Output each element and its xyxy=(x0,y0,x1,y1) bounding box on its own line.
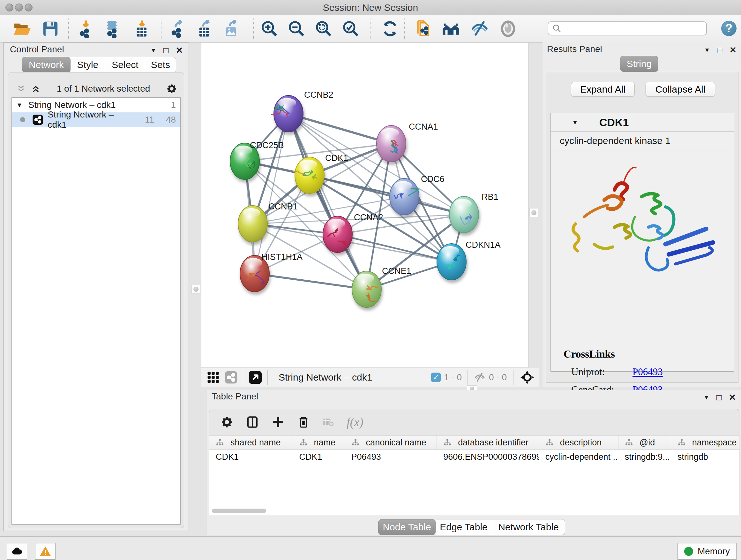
search-input[interactable] xyxy=(565,23,706,34)
close-panel-icon[interactable]: ✕ xyxy=(176,45,183,56)
disclosure-triangle-icon[interactable]: ▼ xyxy=(16,102,23,109)
table-toolbar: f(x) xyxy=(209,409,739,435)
column-header[interactable]: description xyxy=(539,435,618,449)
tab-string[interactable]: String xyxy=(620,56,658,72)
warning-icon xyxy=(39,545,52,558)
window-title: Session: New Session xyxy=(0,2,741,13)
panel-menu-icon[interactable]: ▼ xyxy=(703,394,710,401)
horizontal-scrollbar-thumb[interactable] xyxy=(212,509,266,513)
panel-menu-icon[interactable]: ▼ xyxy=(150,47,156,54)
add-column-icon[interactable] xyxy=(271,415,285,429)
table-panel-title: Table Panel xyxy=(212,391,258,401)
node-label-HIST1H1A: HIST1H1A xyxy=(261,252,302,262)
zoom-selected-icon[interactable] xyxy=(342,20,360,38)
title-bar: Session: New Session xyxy=(0,0,741,15)
float-panel-icon[interactable]: □ xyxy=(717,394,722,401)
disclosure-triangle-icon[interactable]: ▼ xyxy=(572,119,578,126)
tab-select[interactable]: Select xyxy=(105,57,145,73)
uniprot-link[interactable]: P06493 xyxy=(632,366,663,378)
grid-view-icon[interactable] xyxy=(206,371,220,384)
column-header[interactable]: @id xyxy=(618,435,671,449)
delete-column-trash-icon[interactable] xyxy=(297,415,310,429)
tab-network-table[interactable]: Network Table xyxy=(492,519,565,535)
gene-section-header[interactable]: ▼ CDK1 xyxy=(551,113,734,132)
node-label-CDK1: CDK1 xyxy=(325,153,348,163)
sphere-eye-icon[interactable] xyxy=(499,20,517,38)
column-header[interactable]: name xyxy=(293,435,345,449)
table-settings-gear-icon[interactable] xyxy=(220,415,233,429)
tab-sets[interactable]: Sets xyxy=(145,57,176,73)
close-panel-icon[interactable]: ✕ xyxy=(729,392,736,402)
save-session-icon[interactable] xyxy=(42,20,59,38)
cloud-button[interactable] xyxy=(7,543,27,560)
network-share-icon xyxy=(32,114,44,125)
collapse-all-icon[interactable] xyxy=(16,84,26,94)
tab-style[interactable]: Style xyxy=(71,57,105,73)
export-table-icon[interactable] xyxy=(196,20,213,38)
left-splitter-handle[interactable] xyxy=(192,285,200,294)
selected-checkbox-icon[interactable]: ✓ xyxy=(431,373,441,382)
close-panel-icon[interactable]: ✕ xyxy=(729,45,737,55)
panel-menu-icon[interactable]: ▼ xyxy=(704,47,710,54)
column-type-icon xyxy=(351,438,360,447)
network-tab-content: 1 of 1 Network selected ▼ String Network… xyxy=(8,72,184,528)
import-table-icon[interactable] xyxy=(133,20,151,38)
table-header-row: shared name name canonical name database… xyxy=(209,435,739,450)
network-canvas[interactable]: CCNB2CCNA1CDC25BCDK1CDC6RB1CCNB1CCNA2CDK… xyxy=(201,43,529,368)
import-database-icon[interactable] xyxy=(104,20,122,38)
search-field[interactable] xyxy=(548,21,707,36)
table-panel-tabs: Node Table Edge Table Network Table xyxy=(378,519,565,535)
zoom-fit-icon[interactable] xyxy=(315,20,333,38)
toolbar-separator xyxy=(161,18,161,39)
hide-eye-icon[interactable] xyxy=(471,20,488,38)
column-header[interactable]: shared name xyxy=(209,435,293,449)
detach-view-icon[interactable] xyxy=(248,370,262,384)
edge-CCNB2-CCNA1 xyxy=(288,114,391,144)
zoom-out-icon[interactable] xyxy=(287,20,306,38)
node-table: shared name name canonical name database… xyxy=(209,435,739,515)
refresh-layout-icon[interactable] xyxy=(381,20,399,38)
share-document-icon[interactable] xyxy=(414,20,432,38)
network-row-selected[interactable]: String Network – cdk1 11 48 xyxy=(12,112,180,127)
cytoscape-window: Session: New Session xyxy=(0,0,741,560)
show-columns-icon[interactable] xyxy=(246,415,259,429)
import-network-icon[interactable] xyxy=(77,20,95,38)
edge-count: 48 xyxy=(154,115,176,125)
collapse-all-button[interactable]: Collapse All xyxy=(646,82,715,97)
memory-button[interactable]: Memory xyxy=(677,543,737,560)
column-header[interactable]: canonical name xyxy=(345,435,437,449)
selected-node-edge-counts: 1 - 0 xyxy=(444,372,462,382)
hidden-eye-icon xyxy=(474,371,486,383)
toolbar-separator xyxy=(68,18,69,39)
birdseye-crosshair-icon[interactable] xyxy=(520,370,535,385)
column-header[interactable]: database identifier xyxy=(437,435,539,449)
tab-node-table[interactable]: Node Table xyxy=(378,519,435,535)
node-label-CCNA1: CCNA1 xyxy=(409,122,438,132)
network-list-view-icon[interactable] xyxy=(224,371,238,384)
status-bar: Memory xyxy=(0,537,741,560)
expand-all-button[interactable]: Expand All xyxy=(571,82,635,97)
node-CCNB1 xyxy=(238,206,267,242)
right-splitter-handle[interactable] xyxy=(529,208,538,217)
column-header[interactable]: namespace xyxy=(671,435,739,449)
open-session-icon[interactable] xyxy=(13,20,30,38)
table-row[interactable]: CDK1 CDK1 P06493 9606.ENSP00000378699 cy… xyxy=(209,450,739,464)
column-type-icon xyxy=(545,438,554,447)
string-home-icon[interactable] xyxy=(442,20,460,38)
tab-edge-table[interactable]: Edge Table xyxy=(435,519,492,535)
toolbar-separator xyxy=(253,18,254,39)
export-image-icon[interactable] xyxy=(222,20,240,38)
protein-structure-image xyxy=(563,158,723,279)
float-panel-icon[interactable]: □ xyxy=(163,47,169,54)
gear-icon[interactable] xyxy=(166,83,178,95)
expand-all-icon[interactable] xyxy=(30,84,41,94)
zoom-in-icon[interactable] xyxy=(260,20,278,38)
warnings-button[interactable] xyxy=(35,543,56,560)
export-network-icon[interactable] xyxy=(169,20,187,38)
column-type-icon xyxy=(625,438,633,447)
tab-network[interactable]: Network xyxy=(22,57,71,73)
float-panel-icon[interactable]: □ xyxy=(717,47,722,53)
node-RB1 xyxy=(449,196,479,233)
help-icon[interactable]: ? xyxy=(721,21,737,36)
edge-CCNB2-HIST1H1A xyxy=(255,114,288,273)
